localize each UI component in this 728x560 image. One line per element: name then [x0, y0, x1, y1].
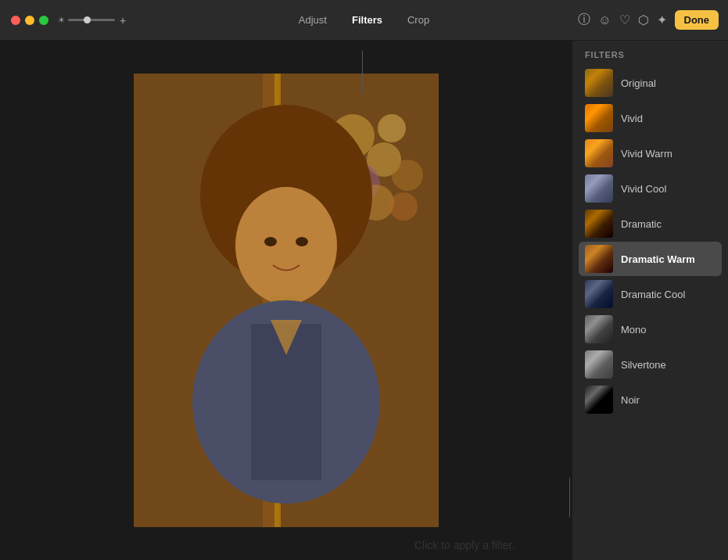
filter-item-vivid[interactable]: Vivid — [579, 101, 722, 135]
filter-label-silvertone: Silvertone — [621, 359, 666, 371]
info-icon[interactable]: ⓘ — [578, 12, 590, 28]
main-content: Filters Original Vivid Vivid Warm Vivid … — [0, 41, 728, 560]
minimize-button[interactable] — [25, 16, 34, 25]
filter-thumb-silvertone — [585, 350, 613, 379]
tab-crop[interactable]: Crop — [395, 9, 442, 31]
tab-adjust[interactable]: Adjust — [286, 9, 339, 31]
tab-filters[interactable]: Filters — [339, 9, 395, 31]
filter-item-mono[interactable]: Mono — [579, 312, 722, 346]
filter-thumb-dramatic-cool — [585, 280, 613, 308]
filter-label-dramatic-warm: Dramatic Warm — [621, 253, 695, 265]
filter-item-silvertone[interactable]: Silvertone — [579, 347, 722, 382]
filter-thumb-dramatic — [585, 210, 613, 238]
titlebar: ☀ + Adjust Filters Crop ⓘ ☺ ♡ ⬡ ✦ Done — [0, 0, 728, 41]
filters-header: Filters — [572, 41, 728, 66]
filter-label-dramatic-cool: Dramatic Cool — [621, 289, 685, 300]
filter-item-dramatic-warm[interactable]: Dramatic Warm — [579, 242, 722, 276]
filter-thumb-vivid-warm — [585, 139, 613, 167]
brightness-plus-icon: + — [120, 14, 126, 27]
filter-item-vivid-cool[interactable]: Vivid Cool — [579, 171, 722, 206]
filter-thumb-dramatic-warm — [585, 245, 613, 273]
filter-label-vivid: Vivid — [621, 113, 643, 124]
filters-panel: Filters Original Vivid Vivid Warm Vivid … — [572, 41, 728, 560]
filter-item-vivid-warm[interactable]: Vivid Warm — [579, 136, 722, 171]
traffic-lights — [0, 16, 48, 25]
annotation-line-bottom — [569, 478, 570, 517]
filter-thumb-original — [585, 69, 613, 97]
filter-item-original[interactable]: Original — [579, 66, 722, 100]
wand-icon[interactable]: ✦ — [657, 13, 667, 27]
photo-container — [134, 74, 439, 527]
heart-icon[interactable]: ♡ — [619, 13, 630, 27]
tooltip-bottom-text: Click to apply a filter. — [414, 539, 515, 551]
filter-label-vivid-warm: Vivid Warm — [621, 148, 672, 160]
filter-item-dramatic[interactable]: Dramatic — [579, 206, 722, 241]
filter-label-vivid-cool: Vivid Cool — [621, 183, 666, 195]
filter-label-dramatic: Dramatic — [621, 218, 662, 230]
filter-thumb-vivid-cool — [585, 174, 613, 203]
done-button[interactable]: Done — [675, 10, 719, 30]
brightness-control: ☀ + — [58, 14, 126, 27]
emoji-icon[interactable]: ☺ — [598, 13, 611, 27]
brightness-icon: ☀ — [58, 16, 65, 24]
filter-label-noir: Noir — [621, 394, 640, 406]
filter-label-original: Original — [621, 77, 656, 89]
filter-thumb-noir — [585, 386, 613, 414]
filter-item-noir[interactable]: Noir — [579, 382, 722, 417]
brightness-slider[interactable] — [68, 19, 115, 21]
filter-thumb-mono — [585, 315, 613, 343]
photo-area — [0, 41, 572, 560]
photo-svg — [134, 74, 439, 527]
filter-item-dramatic-cool[interactable]: Dramatic Cool — [579, 277, 722, 311]
close-button[interactable] — [11, 16, 20, 25]
toolbar-right: ⓘ ☺ ♡ ⬡ ✦ Done — [578, 10, 728, 30]
annotation-line-top — [362, 51, 363, 94]
svg-rect-19 — [134, 74, 439, 527]
filters-list: Original Vivid Vivid Warm Vivid Cool Dra… — [572, 66, 728, 560]
share-icon[interactable]: ⬡ — [638, 13, 649, 27]
maximize-button[interactable] — [39, 16, 48, 25]
filter-label-mono: Mono — [621, 324, 647, 336]
tooltip-bottom: Click to apply a filter. — [414, 538, 515, 554]
filter-thumb-vivid — [585, 104, 613, 132]
tab-nav: Adjust Filters Crop — [286, 9, 442, 31]
